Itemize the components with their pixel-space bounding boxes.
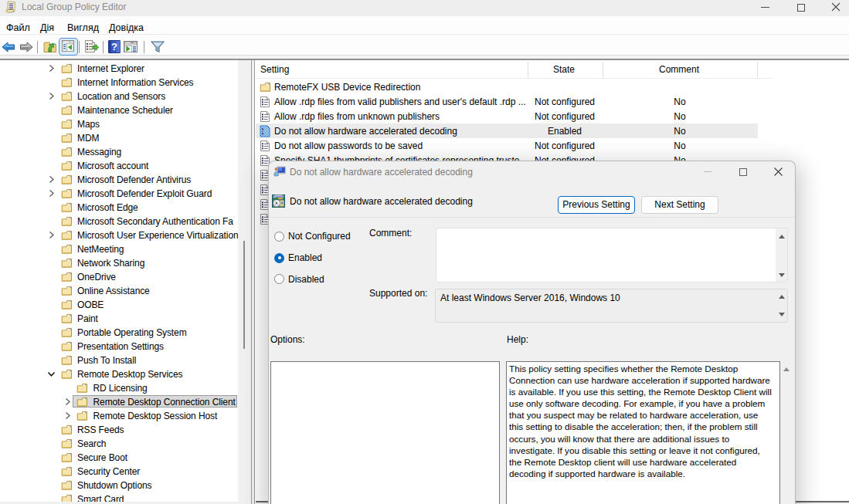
svg-text:?: ? xyxy=(111,41,117,52)
